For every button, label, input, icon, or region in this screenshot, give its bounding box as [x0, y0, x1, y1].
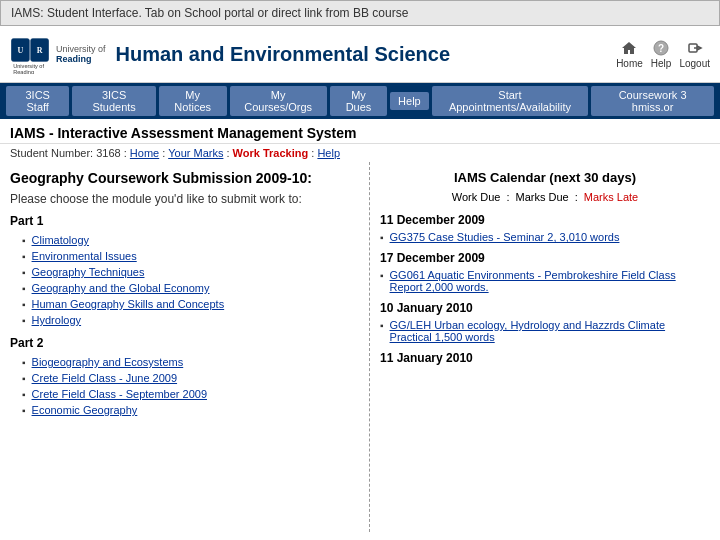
uni-name-small: University of [56, 44, 106, 54]
part1-label: Part 1 [10, 214, 359, 228]
help-nav-icon[interactable]: ? Help [651, 40, 672, 69]
module-environmental-issues[interactable]: Environmental Issues [32, 250, 137, 262]
module-global-economy[interactable]: Geography and the Global Economy [32, 282, 210, 294]
breadcrumb-help[interactable]: Help [317, 147, 340, 159]
calendar-legend: Work Due : Marks Due : Marks Late [380, 191, 710, 203]
list-item: Geography Techniques [22, 264, 359, 280]
module-geography-techniques[interactable]: Geography Techniques [32, 266, 145, 278]
list-item: Crete Field Class - September 2009 [22, 386, 359, 402]
module-crete-june[interactable]: Crete Field Class - June 2009 [32, 372, 178, 384]
nav-coursework-link[interactable]: Coursework 3 hmiss.or [591, 86, 714, 116]
svg-text:R: R [37, 46, 43, 55]
calendar-title: IAMS Calendar (next 30 days) [380, 170, 710, 185]
breadcrumb-home[interactable]: Home [130, 147, 159, 159]
uni-logo: U R University of Reading University of … [10, 34, 106, 74]
legend-marks-due: Marks Due [516, 191, 569, 203]
student-number: Student Number: 3168 : [10, 147, 130, 159]
nav-start-appointments[interactable]: Start Appointments/Availability [432, 86, 588, 116]
module-economic-geography[interactable]: Economic Geography [32, 404, 138, 416]
logout-nav-icon[interactable]: Logout [679, 40, 710, 69]
legend-work-due: Work Due [452, 191, 501, 203]
cal-item: GG375 Case Studies - Seminar 2, 3,010 wo… [380, 231, 710, 243]
uni-reading: Reading [56, 54, 106, 64]
part2-label: Part 2 [10, 336, 359, 350]
title-bar: IAMS: Student Interface. Tab on School p… [0, 0, 720, 26]
module-human-geography[interactable]: Human Geography Skills and Concepts [32, 298, 225, 310]
nav-bar: 3ICS Staff 3ICS Students My Notices My C… [0, 83, 720, 119]
list-item: Biogeography and Ecosystems [22, 354, 359, 370]
cal-link-ggleh[interactable]: GG/LEH Urban ecology, Hydrology and Hazz… [390, 319, 710, 343]
svg-text:U: U [18, 46, 24, 55]
nav-help[interactable]: Help [390, 92, 429, 110]
logout-label: Logout [679, 58, 710, 69]
list-item: Climatology [22, 232, 359, 248]
nav-3ics-students[interactable]: 3ICS Students [72, 86, 155, 116]
cal-date-4: 11 January 2010 [380, 351, 710, 365]
main-content: Geography Coursework Submission 2009-10:… [0, 162, 720, 532]
uni-name: Human and Environmental Science [116, 43, 607, 66]
nav-my-dues[interactable]: My Dues [330, 86, 387, 116]
svg-text:?: ? [658, 43, 664, 54]
system-title: IAMS - Interactive Assessment Management… [0, 119, 720, 144]
svg-text:University of: University of [13, 63, 44, 69]
breadcrumb-work-tracking: Work Tracking [233, 147, 309, 159]
help-label: Help [651, 58, 672, 69]
list-item: Hydrology [22, 312, 359, 328]
list-item: Human Geography Skills and Concepts [22, 296, 359, 312]
list-item: Environmental Issues [22, 248, 359, 264]
part1-module-list: Climatology Environmental Issues Geograp… [10, 232, 359, 328]
nav-my-courses[interactable]: My Courses/Orgs [230, 86, 327, 116]
home-nav-icon[interactable]: Home [616, 40, 643, 69]
module-biogeography[interactable]: Biogeography and Ecosystems [32, 356, 184, 368]
list-item: Crete Field Class - June 2009 [22, 370, 359, 386]
page-heading: Geography Coursework Submission 2009-10: [10, 170, 359, 186]
cal-link-gg375[interactable]: GG375 Case Studies - Seminar 2, 3,010 wo… [390, 231, 620, 243]
module-crete-sept[interactable]: Crete Field Class - September 2009 [32, 388, 207, 400]
home-label: Home [616, 58, 643, 69]
cal-link-gg061[interactable]: GG061 Aquatic Environments - Pembrokeshi… [390, 269, 710, 293]
list-item: Economic Geography [22, 402, 359, 418]
left-panel: Geography Coursework Submission 2009-10:… [0, 162, 370, 532]
system-title-text: IAMS - Interactive Assessment Management… [10, 125, 357, 141]
cal-date-2: 17 December 2009 [380, 251, 710, 265]
module-hydrology[interactable]: Hydrology [32, 314, 82, 326]
nav-my-notices[interactable]: My Notices [159, 86, 227, 116]
nav-3ics-staff[interactable]: 3ICS Staff [6, 86, 69, 116]
breadcrumb-your-marks[interactable]: Your Marks [168, 147, 223, 159]
breadcrumb: Student Number: 3168 : Home : Your Marks… [0, 144, 720, 162]
choose-text: Please choose the module you'd like to s… [10, 192, 359, 206]
part2-module-list: Biogeography and Ecosystems Crete Field … [10, 354, 359, 418]
cal-date-3: 10 January 2010 [380, 301, 710, 315]
legend-marks-late: Marks Late [584, 191, 638, 203]
list-item: Geography and the Global Economy [22, 280, 359, 296]
university-logo-icon: U R University of Reading [10, 34, 50, 74]
cal-date-1: 11 December 2009 [380, 213, 710, 227]
module-climatology[interactable]: Climatology [32, 234, 89, 246]
svg-text:Reading: Reading [13, 69, 34, 74]
right-panel: IAMS Calendar (next 30 days) Work Due : … [370, 162, 720, 532]
cal-item: GG/LEH Urban ecology, Hydrology and Hazz… [380, 319, 710, 343]
title-bar-text: IAMS: Student Interface. Tab on School p… [11, 6, 408, 20]
cal-item: GG061 Aquatic Environments - Pembrokeshi… [380, 269, 710, 293]
header-icons: Home ? Help Logout [616, 40, 710, 69]
uni-header: U R University of Reading University of … [0, 26, 720, 83]
